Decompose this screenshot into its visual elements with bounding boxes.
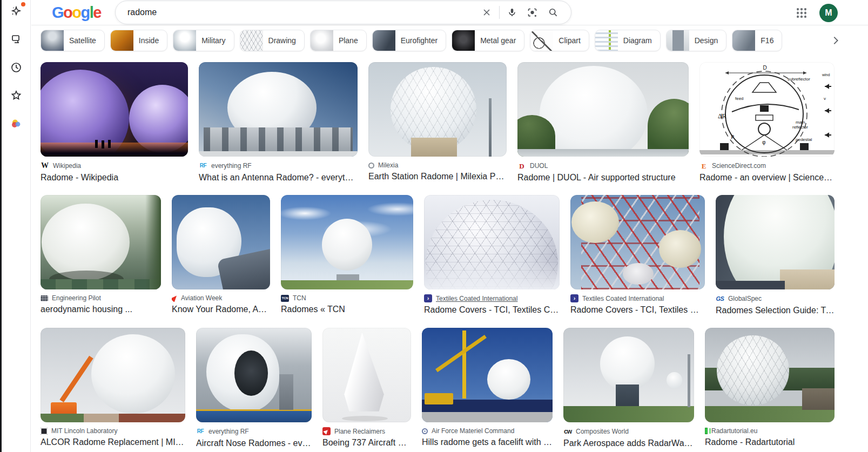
result-source[interactable]: RFeverything RF [196, 427, 312, 436]
result-source[interactable]: Radartutorial.eu [705, 427, 835, 435]
image-result[interactable]: RFeverything RF What is an Antenna Radom… [199, 62, 358, 183]
image-result[interactable]: RFeverything RF Aircraft Nose Radomes - … [196, 328, 312, 448]
result-title[interactable]: Radomes « TCN [281, 305, 413, 314]
result-thumbnail[interactable] [563, 328, 694, 422]
result-title[interactable]: Aircraft Nose Radomes - ever... [196, 438, 312, 448]
result-source[interactable]: Aviation Week [172, 294, 270, 302]
result-source[interactable]: Engineering Pilot [41, 294, 161, 302]
result-source[interactable]: ›Textiles Coated International [570, 294, 705, 302]
mic-icon[interactable] [502, 2, 522, 23]
image-result[interactable]: Milexia Earth Station Radome | Milexia P… [368, 62, 507, 183]
image-result[interactable]: Radartutorial.eu Radome - Radartutorial [705, 328, 835, 448]
result-title[interactable]: Radomes Selection Guide: Typ... [716, 306, 835, 315]
result-thumbnail[interactable] [368, 62, 507, 157]
svg-text:pedestal: pedestal [796, 137, 812, 142]
result-thumbnail[interactable] [172, 195, 270, 289]
image-result[interactable]: ›Textiles Coated International Radome Co… [570, 195, 705, 315]
image-result[interactable]: ›Textiles Coated International Radome Co… [424, 195, 560, 315]
google-logo[interactable]: Google [52, 5, 101, 21]
result-source[interactable]: GSGlobalSpec [716, 294, 835, 303]
result-title[interactable]: Radome Covers - TCI, Textiles Coat... [570, 305, 705, 315]
window-edge [0, 0, 2, 452]
image-result[interactable]: TCNTCN Radomes « TCN [281, 195, 413, 315]
result-source[interactable]: Plane Reclaimers [322, 427, 411, 435]
image-result[interactable]: Aviation Week Know Your Radome, An I... [172, 195, 270, 315]
result-source[interactable]: cwComposites World [563, 427, 694, 436]
result-thumbnail[interactable] [322, 328, 411, 422]
result-thumbnail[interactable] [517, 62, 689, 157]
filter-chip-diagram[interactable]: Diagram [595, 30, 661, 51]
image-result[interactable]: Engineering Pilot aerodynamic housing ..… [41, 195, 161, 315]
result-thumbnail[interactable] [716, 195, 835, 289]
result-title[interactable]: What is an Antenna Radome? - everything.… [199, 173, 358, 183]
result-thumbnail[interactable]: D subreflector feed ΔR wind main reflect… [699, 62, 835, 157]
result-title[interactable]: Earth Station Radome | Milexia Pro... [368, 172, 507, 181]
search-bar[interactable] [115, 1, 571, 24]
image-result[interactable]: Plane Reclaimers Boeing 737 Aircraft R..… [322, 328, 411, 448]
result-source[interactable]: Air Force Materiel Command [422, 427, 553, 435]
result-title[interactable]: Radome Covers - TCI, Textiles Coat... [424, 305, 560, 315]
history-icon[interactable] [8, 59, 24, 76]
image-result[interactable]: GSGlobalSpec Radomes Selection Guide: Ty… [716, 195, 835, 315]
image-result[interactable]: DDUOL Radome | DUOL - Air supported stru… [517, 62, 689, 183]
ai-sparkle-icon[interactable] [8, 3, 24, 19]
lens-camera-icon[interactable] [522, 2, 543, 23]
search-input[interactable] [127, 8, 476, 17]
result-thumbnail[interactable] [41, 62, 188, 157]
search-icon[interactable] [543, 2, 563, 23]
filter-chip-satellite[interactable]: Satellite [41, 30, 105, 51]
result-source[interactable]: TCNTCN [281, 294, 413, 302]
result-title[interactable]: Radome - an overview | ScienceDir... [699, 173, 835, 183]
filter-chip-clipart[interactable]: Clipart [530, 30, 589, 51]
result-thumbnail[interactable] [281, 195, 413, 289]
profile-avatar[interactable]: M [819, 4, 838, 22]
image-result[interactable]: WWikipedia Radome - Wikipedia [41, 62, 188, 183]
svg-text:P: P [731, 133, 734, 140]
tci-favicon: › [570, 294, 578, 302]
clear-search-icon[interactable] [476, 2, 497, 23]
image-result[interactable]: Air Force Materiel Command Hills radome … [422, 328, 553, 448]
composites-world-favicon: cw [563, 427, 572, 436]
result-source[interactable]: DDUOL [517, 161, 689, 170]
filter-chip-military[interactable]: Military [173, 30, 234, 51]
result-source[interactable]: EScienceDirect.com [699, 161, 835, 170]
result-source[interactable]: RFeverything RF [199, 161, 358, 170]
result-source[interactable]: MIT Lincoln Laboratory [41, 427, 185, 435]
result-title[interactable]: ALCOR Radome Replacement | MIT Li... [41, 437, 185, 447]
chips-scroll-right-button[interactable] [825, 30, 846, 51]
google-apps-icon[interactable] [795, 6, 809, 20]
result-source[interactable]: WWikipedia [41, 161, 188, 170]
devices-icon[interactable] [8, 31, 24, 48]
result-source[interactable]: ›Textiles Coated International [424, 294, 560, 302]
filter-chip-f16[interactable]: F16 [732, 30, 782, 51]
image-result[interactable]: D subreflector feed ΔR wind main reflect… [699, 62, 835, 183]
filter-chip-design[interactable]: Design [666, 30, 727, 51]
chip-thumbnail [452, 30, 475, 51]
result-title[interactable]: Park Aerospace adds RadarWave ... [563, 438, 694, 448]
result-title[interactable]: Radome | DUOL - Air supported structure [517, 173, 689, 183]
image-result[interactable]: cwComposites World Park Aerospace adds R… [563, 328, 694, 448]
result-thumbnail[interactable] [41, 195, 161, 289]
result-title[interactable]: Radome - Wikipedia [41, 173, 188, 183]
result-thumbnail[interactable] [705, 328, 835, 422]
result-thumbnail[interactable] [196, 328, 312, 422]
result-thumbnail[interactable] [422, 328, 553, 422]
filter-chip-inside[interactable]: Inside [110, 30, 167, 51]
result-title[interactable]: Radome - Radartutorial [705, 437, 835, 447]
result-source[interactable]: Milexia [368, 161, 507, 169]
result-title[interactable]: Know Your Radome, An I... [172, 305, 270, 314]
result-title[interactable]: aerodynamic housing ... [41, 305, 161, 314]
result-title[interactable]: Boeing 737 Aircraft R... [322, 438, 411, 448]
result-thumbnail[interactable] [41, 328, 185, 422]
theme-colors-icon[interactable] [8, 116, 24, 132]
bookmarks-icon[interactable] [8, 87, 24, 104]
image-result[interactable]: MIT Lincoln Laboratory ALCOR Radome Repl… [41, 328, 185, 448]
result-thumbnail[interactable] [570, 195, 705, 289]
filter-chip-eurofighter[interactable]: Eurofighter [372, 30, 446, 51]
filter-chip-metal-gear[interactable]: Metal gear [452, 30, 524, 51]
filter-chip-plane[interactable]: Plane [310, 30, 367, 51]
result-title[interactable]: Hills radome gets a facelift with n... [422, 437, 553, 447]
result-thumbnail[interactable] [424, 195, 560, 289]
filter-chip-drawing[interactable]: Drawing [240, 30, 305, 51]
result-thumbnail[interactable] [199, 62, 358, 157]
